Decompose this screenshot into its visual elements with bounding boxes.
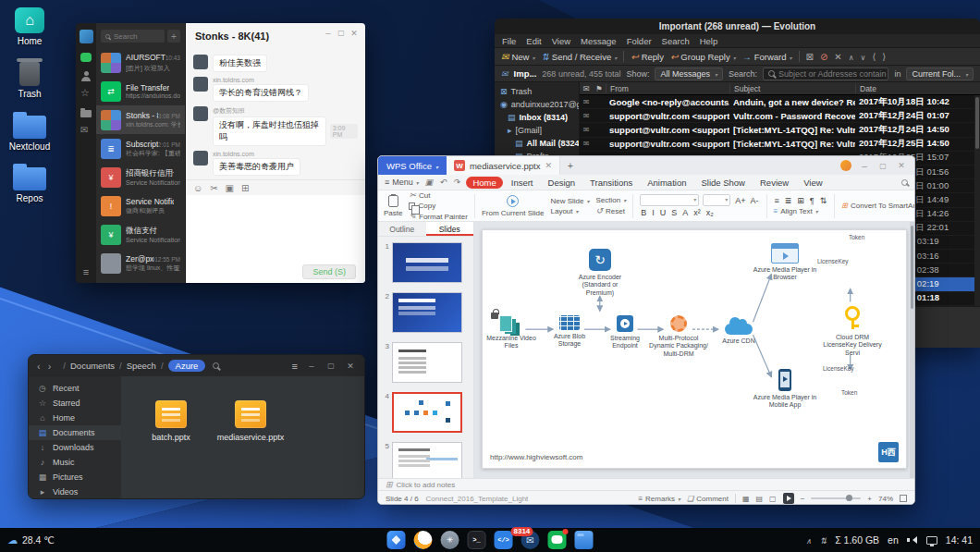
back-icon[interactable]: ‹: [37, 361, 41, 372]
list-header[interactable]: ✉ ⚑ From Subject Date: [580, 82, 980, 95]
network-icon[interactable]: [820, 534, 827, 546]
desktop-icon[interactable]: Repos: [4, 163, 55, 215]
clock[interactable]: 14: 41: [946, 534, 973, 546]
search-input[interactable]: Search: [101, 30, 165, 43]
message-input[interactable]: [186, 195, 365, 261]
document-tab[interactable]: W mediaservice.pptx ✕: [447, 156, 560, 175]
scope-dropdown[interactable]: Current Fol...: [906, 67, 974, 80]
undo-icon[interactable]: [439, 178, 447, 187]
slide-thumbnail[interactable]: 1: [380, 242, 470, 283]
message-avatar[interactable]: [193, 77, 208, 92]
menu-item[interactable]: Help: [700, 36, 718, 46]
conversation-item[interactable]: ¥ 招商银行信用卡 Service Notification—: [96, 163, 185, 191]
favorites-icon[interactable]: [80, 90, 92, 99]
message-row[interactable]: support@vultr.com <support@vultr... [Tic…: [580, 123, 980, 137]
paragraph-button[interactable]: ⇅: [819, 196, 828, 205]
folder-item[interactable]: ▤Inbox (8314): [495, 111, 579, 124]
add-chat-button[interactable]: +: [167, 30, 180, 43]
font-size-button[interactable]: A+: [734, 196, 746, 205]
history-icon[interactable]: ⊞: [241, 183, 249, 193]
message-row[interactable]: support@vultr.com <support@vultr... [Tic…: [580, 138, 980, 152]
zoom-slider[interactable]: [811, 497, 861, 499]
reply-button[interactable]: Reply: [631, 52, 664, 62]
reset-button[interactable]: Reset: [596, 206, 627, 215]
files-icon[interactable]: [80, 110, 92, 117]
taskbar-app-icon[interactable]: 8314: [521, 531, 540, 549]
close-button[interactable]: [896, 161, 907, 170]
sidebar-item[interactable]: ↓Downloads: [29, 440, 121, 455]
sidebar-item[interactable]: ♪Music: [29, 455, 121, 470]
message-avatar[interactable]: [193, 106, 208, 121]
from-current-slide-button[interactable]: From Current Slide: [482, 195, 545, 217]
volume-icon[interactable]: [907, 535, 918, 545]
ribbon-tab[interactable]: Design: [542, 177, 582, 189]
fit-screen-icon[interactable]: [900, 495, 907, 502]
display-icon[interactable]: [926, 536, 937, 545]
scrollbar[interactable]: [910, 222, 914, 478]
menu-item[interactable]: File: [502, 36, 516, 46]
menu-item[interactable]: Folder: [627, 36, 652, 46]
ribbon-tab[interactable]: View: [797, 177, 828, 189]
redo-icon[interactable]: [453, 178, 460, 187]
conversation-item[interactable]: ¥ 微信支付 Service Notification...: [96, 220, 185, 249]
conversation-item[interactable]: Zer@pxd12:55 PM 想学现 linux、性覆盖了...: [96, 249, 185, 277]
format-button[interactable]: x₂: [705, 208, 715, 217]
close-button[interactable]: [349, 28, 360, 38]
comment-button[interactable]: Comment: [687, 495, 729, 503]
ribbon-tab[interactable]: Insert: [505, 177, 540, 189]
keyboard-layout[interactable]: en: [888, 534, 899, 546]
wps-app-button[interactable]: WPS Office: [378, 156, 447, 175]
taskbar-app-icon[interactable]: [414, 531, 433, 549]
smartart-button[interactable]: Convert To SmartArt: [841, 202, 914, 210]
search-input[interactable]: Subject or Addresses contain: [763, 67, 888, 80]
slide-thumbnail[interactable]: 5: [380, 442, 470, 478]
sticker-icon[interactable]: ☺: [193, 183, 202, 193]
new-tab-button[interactable]: +: [560, 156, 581, 175]
weather-icon[interactable]: [7, 534, 18, 546]
new-slide-button[interactable]: New Slide: [551, 197, 590, 205]
zoom-out-button[interactable]: [801, 495, 805, 503]
notes-bar[interactable]: Click to add notes: [378, 478, 914, 490]
taskbar-app-icon[interactable]: [441, 531, 459, 549]
conversation-item[interactable]: ≣ Subscriptions2:01 PM 社会科学家: 【重磅偏书...: [96, 134, 185, 163]
tray-expand-icon[interactable]: [806, 534, 812, 546]
slide-thumbnail[interactable]: 3: [380, 342, 470, 383]
normal-view-icon[interactable]: [742, 495, 750, 503]
message-row[interactable]: Google <no-reply@accounts.googl... Andui…: [580, 95, 980, 109]
slide[interactable]: Azure Encoder (Standard or Premium) Mezz…: [482, 229, 907, 469]
weather-temp[interactable]: 28.4 ℃: [22, 534, 55, 546]
save-icon[interactable]: [425, 178, 434, 187]
message-avatar[interactable]: [193, 55, 208, 69]
ribbon-tab[interactable]: Transitions: [583, 177, 639, 189]
chats-icon[interactable]: [80, 53, 92, 62]
sidebar-item[interactable]: ☆Starred: [29, 396, 121, 411]
format-button[interactable]: x²: [692, 208, 702, 217]
breadcrumb-item[interactable]: Azure: [156, 360, 205, 372]
taskbar-app-icon[interactable]: [548, 531, 567, 549]
format-button[interactable]: I: [651, 208, 655, 217]
section-button[interactable]: Section: [596, 196, 627, 204]
remarks-button[interactable]: Remarks: [638, 495, 680, 503]
cut-button[interactable]: Cut: [409, 190, 467, 200]
hamburger-menu-icon[interactable]: [292, 361, 298, 372]
font-size-select[interactable]: [703, 194, 730, 206]
trash-icon[interactable]: [806, 52, 814, 62]
desktop-icon[interactable]: Home: [4, 7, 55, 59]
sidebar-item[interactable]: ⌂Home: [29, 411, 121, 425]
next-message-icon[interactable]: [861, 52, 866, 62]
paragraph-button[interactable]: ¶: [809, 196, 815, 205]
paragraph-button[interactable]: ≣: [784, 196, 793, 205]
forward-button[interactable]: Forward: [742, 52, 792, 62]
paragraph-button[interactable]: ≡: [774, 196, 780, 205]
slide-thumbnail[interactable]: 2: [380, 292, 470, 333]
breadcrumb-item[interactable]: Documents: [58, 361, 115, 371]
maximize-button[interactable]: [336, 28, 347, 38]
file-item[interactable]: batch.pptx: [134, 400, 208, 442]
copy-button[interactable]: Copy: [409, 202, 467, 210]
format-button[interactable]: U: [659, 208, 668, 217]
ribbon-tab[interactable]: Animation: [641, 177, 692, 189]
menu-button[interactable]: ≡Menu: [385, 178, 419, 187]
menu-item[interactable]: Search: [662, 36, 690, 46]
taskbar-app-icon[interactable]: >_: [468, 531, 486, 549]
paragraph-button[interactable]: ⊞: [796, 196, 805, 205]
